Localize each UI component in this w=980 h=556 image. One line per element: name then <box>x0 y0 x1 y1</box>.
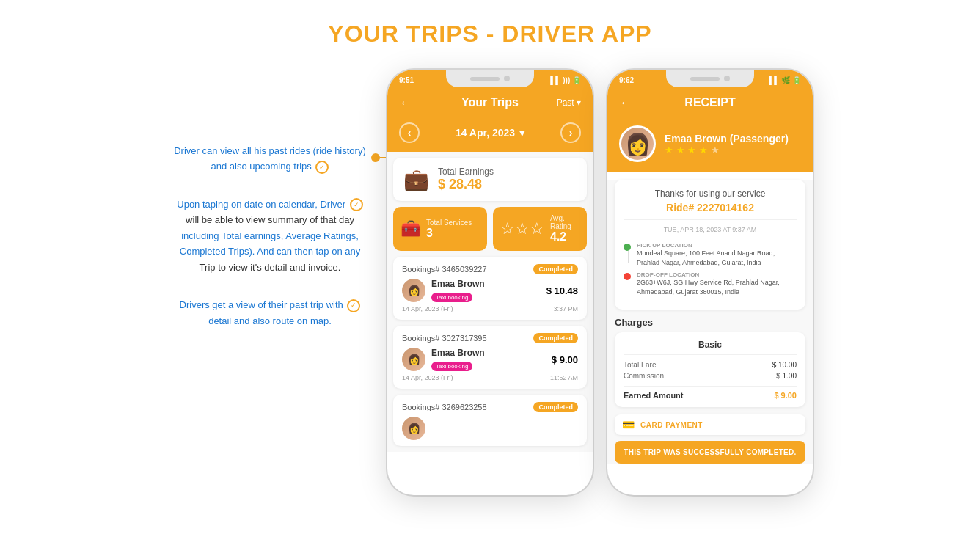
time-1: 9:51 <box>399 76 414 84</box>
desc-block-3: Drivers get a view of their past trip wi… <box>167 297 373 329</box>
receipt-title: RECEIPT <box>684 96 735 109</box>
receipt-body: Thanks for using our service Ride# 22270… <box>607 180 813 464</box>
booking-date-1: 14 Apr, 2023 (Fri) <box>402 305 453 312</box>
receipt-passenger-name: Emaa Brown (Passenger) <box>665 133 789 145</box>
booking-header-2: Bookings# 3027317395 Completed <box>402 333 578 343</box>
past-filter[interactable]: Past ▾ <box>557 98 581 108</box>
booking-id-2: Bookings# 3027317395 <box>402 334 487 343</box>
commission-row: Commission $ 1.00 <box>624 372 797 380</box>
receipt-passenger-info: Emaa Brown (Passenger) ★ ★ ★ ★ ★ <box>665 133 789 156</box>
earnings-info: Total Earnings $ 28.48 <box>438 167 494 192</box>
charges-card: Basic Total Fare $ 10.00 Commission $ 1.… <box>615 332 805 407</box>
next-date-button[interactable]: › <box>560 122 581 143</box>
pickup-location: Pick Up Location Mondeal Square, 100 Fee… <box>624 242 797 267</box>
booking-card-1[interactable]: Bookings# 3465039227 Completed 👩 Emaa Br… <box>393 257 587 320</box>
pickup-address: Mondeal Square, 100 Feet Anand Nagar Roa… <box>637 249 797 267</box>
commission-value: $ 1.00 <box>776 372 797 380</box>
booking-passenger-1: 👩 Emaa Brown Taxi booking $ 10.48 <box>402 279 578 302</box>
pickup-dot <box>624 244 631 251</box>
booking-id-1: Bookings# 3465039227 <box>402 265 487 274</box>
booking-card-2[interactable]: Bookings# 3027317395 Completed 👩 Emaa Br… <box>393 326 587 389</box>
receipt-datetime: TUE, APR 18, 2023 AT 9:37 AM <box>624 219 797 233</box>
receipt-header: ← RECEIPT <box>607 90 813 118</box>
check-icon-3: ✓ <box>347 299 360 312</box>
prev-date-button[interactable]: ‹ <box>399 122 420 143</box>
services-label: Total Services <box>426 219 472 227</box>
dropoff-location: Drop-Off Location 2G63+W6J, SG Hwy Servi… <box>624 271 797 296</box>
booking-date-2: 14 Apr, 2023 (Fri) <box>402 374 453 381</box>
passenger-name-1: Emaa Brown <box>431 279 485 289</box>
services-value: 3 <box>426 227 472 240</box>
booking-amount-2: $ 9.00 <box>552 354 578 365</box>
booking-header-1: Bookings# 3465039227 Completed <box>402 264 578 274</box>
speaker-2 <box>690 77 720 81</box>
date-row: ‹ 14 Apr, 2023 ▾ › <box>387 118 593 152</box>
services-info: Total Services 3 <box>426 219 472 240</box>
passenger-name-2: Emaa Brown <box>431 348 485 358</box>
booking-time-1: 3:37 PM <box>553 305 578 312</box>
card-icon: 💳 <box>622 419 635 431</box>
receipt-card: Thanks for using our service Ride# 22270… <box>615 180 805 310</box>
status-icons-2: ▌▌ 🌿 🔋 <box>769 76 801 84</box>
time-2: 9:62 <box>619 76 634 84</box>
back-arrow-2[interactable]: ← <box>619 95 632 111</box>
taxi-badge-1: Taxi booking <box>431 293 472 302</box>
booking-footer-1: 14 Apr, 2023 (Fri) 3:37 PM <box>402 305 578 312</box>
trips-phone: 9:51 ▌▌ ))) 🔋 ← Your Trips Past ▾ ‹ 14 A… <box>387 70 593 495</box>
earnings-label: Total Earnings <box>438 167 494 177</box>
receipt-passenger-header: 👩 Emaa Brown (Passenger) ★ ★ ★ ★ ★ <box>607 118 813 172</box>
rating-icon: ☆☆☆ <box>500 219 544 238</box>
booking-header-3: Bookings# 3269623258 Completed <box>402 402 578 412</box>
phone-notch-1 <box>446 70 534 87</box>
thanks-text: Thanks for using our service <box>624 189 797 199</box>
desc-block-1: Driver can view all his past rides (ride… <box>167 143 373 175</box>
status-icons-1: ▌▌ ))) 🔋 <box>550 76 581 84</box>
success-footer: THIS TRIP WAS SUCCESSFULLY COMPLETED. <box>615 441 805 464</box>
back-arrow-1[interactable]: ← <box>399 95 412 111</box>
dropoff-label: Drop-Off Location <box>637 271 797 278</box>
page-title: YOUR TRIPS - DRIVER APP <box>0 0 980 48</box>
completed-badge-1: Completed <box>533 264 578 274</box>
completed-badge-3: Completed <box>533 402 578 412</box>
booking-passenger-2: 👩 Emaa Brown Taxi booking $ 9.00 <box>402 348 578 371</box>
pickup-label: Pick Up Location <box>637 242 797 249</box>
card-payment-label: CARD PAYMENT <box>640 421 703 429</box>
speaker <box>470 77 500 81</box>
services-card: 🧰 Total Services 3 <box>393 207 487 251</box>
stats-row: 🧰 Total Services 3 ☆☆☆ Avg. Rating 4.2 <box>393 207 587 251</box>
receipt-phone: 9:62 ▌▌ 🌿 🔋 ← RECEIPT 👩 Emaa Brown (Pass… <box>607 70 813 495</box>
booking-passenger-3: 👩 <box>402 417 578 440</box>
description-panel: Driver can view all his past rides (ride… <box>167 70 387 351</box>
services-icon: 🧰 <box>401 219 420 238</box>
current-date: 14 Apr, 2023 ▾ <box>456 127 524 139</box>
completed-badge-2: Completed <box>533 333 578 343</box>
rating-info: Avg. Rating 4.2 <box>550 214 579 244</box>
connector-dot <box>371 153 380 162</box>
earned-value: $ 9.00 <box>774 391 797 400</box>
avatar-2: 👩 <box>402 348 425 371</box>
booking-time-2: 11:52 AM <box>550 374 578 381</box>
phone-notch-2 <box>666 70 754 87</box>
card-payment-row: 💳 CARD PAYMENT <box>615 414 805 435</box>
receipt-avatar: 👩 <box>619 125 656 162</box>
charges-title: Charges <box>615 317 805 328</box>
booking-id-3: Bookings# 3269623258 <box>402 403 487 411</box>
earned-row: Earned Amount $ 9.00 <box>624 386 797 400</box>
booking-card-3[interactable]: Bookings# 3269623258 Completed 👩 <box>393 395 587 446</box>
total-fare-row: Total Fare $ 10.00 <box>624 361 797 369</box>
taxi-badge-2: Taxi booking <box>431 362 472 371</box>
earnings-card: 💼 Total Earnings $ 28.48 <box>393 158 587 201</box>
ride-id: Ride# 2227014162 <box>624 202 797 213</box>
camera-2 <box>724 76 730 81</box>
booking-amount-1: $ 10.48 <box>546 285 578 296</box>
check-icon-1: ✓ <box>315 161 329 174</box>
location-connector <box>628 251 629 263</box>
basic-title: Basic <box>624 340 797 355</box>
avatar-1: 👩 <box>402 279 425 302</box>
trips-content: 💼 Total Earnings $ 28.48 🧰 Total Service… <box>387 152 593 452</box>
trips-header: ← Your Trips Past ▾ <box>387 90 593 118</box>
trips-title: Your Trips <box>461 96 519 109</box>
commission-label: Commission <box>624 372 664 380</box>
phones-container: 9:51 ▌▌ ))) 🔋 ← Your Trips Past ▾ ‹ 14 A… <box>387 70 813 495</box>
avatar-3: 👩 <box>402 417 425 440</box>
